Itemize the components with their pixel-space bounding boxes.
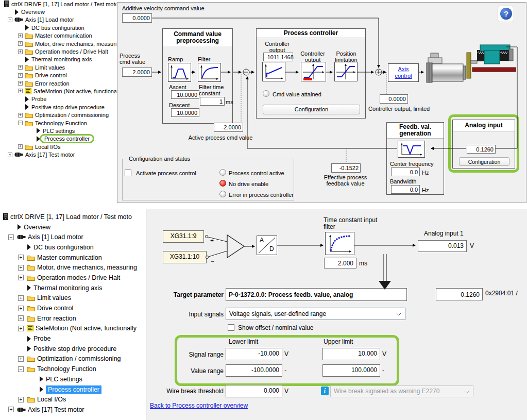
tree-item[interactable]: Probe <box>0 333 144 344</box>
tree-item-label[interactable]: Drive control <box>35 72 67 78</box>
tree-item[interactable]: +Limit values <box>0 63 116 71</box>
ascent-field[interactable]: 10.0000 <box>171 90 199 99</box>
tree-item-label[interactable]: Operation modes / Drive Halt <box>35 48 108 55</box>
tree-item[interactable]: +Operation modes / Drive Halt <box>0 47 116 55</box>
additive-velocity-field[interactable]: 0.0000 <box>122 13 152 23</box>
signal-range-lower-field[interactable]: -10.000 <box>226 348 282 360</box>
tree-item[interactable]: +Motor, drive mechanics, measuring <box>0 40 116 47</box>
tree-item-label[interactable]: Optimization / commissioning <box>35 112 109 118</box>
tree-item-label[interactable]: Axis [17] Test motor <box>28 406 84 413</box>
tree-item[interactable]: −Axis [1] Load motor <box>0 16 116 24</box>
tree-item-label[interactable]: SafeMotion (Not active, functionally <box>36 325 137 332</box>
tree-item-label[interactable]: Local I/Os <box>35 144 61 150</box>
analog-configuration-button[interactable]: Configuration <box>459 157 509 166</box>
expand-plus-icon[interactable]: + <box>18 73 23 78</box>
tree-item[interactable]: +Motor, drive mechanics, measuring <box>0 262 144 273</box>
tree-item[interactable]: Positive stop drive procedure <box>0 344 144 354</box>
filter-time-field[interactable]: 1 <box>200 97 225 106</box>
tree-item-label[interactable]: ctrlX DRIVE [1, 17] Load motor / Test mo… <box>11 1 116 7</box>
tree-item[interactable]: +SafeMotion (Not active, functionally <box>0 87 116 95</box>
tree-item-label[interactable]: Probe <box>33 335 50 342</box>
signal-range-upper-field[interactable]: 10.000 <box>322 348 380 360</box>
tree-item[interactable]: ctrlX DRIVE [1, 17] Load motor / Test mo… <box>0 212 144 222</box>
expand-plus-icon[interactable]: + <box>18 275 24 280</box>
tree-item[interactable]: DC bus configuration <box>0 242 144 253</box>
expand-plus-icon[interactable]: + <box>8 407 14 412</box>
tree-item[interactable]: −Technology Function <box>0 119 116 127</box>
tree-item-label[interactable]: ctrlX DRIVE [1, 17] Load motor / Test mo… <box>10 213 132 221</box>
expand-plus-icon[interactable]: + <box>18 65 23 70</box>
tree-item[interactable]: Process controller <box>0 135 116 143</box>
tree-item-label[interactable]: SafeMotion (Not active, functionally <box>33 88 116 94</box>
descent-field[interactable]: 10.0000 <box>171 108 199 117</box>
expand-plus-icon[interactable]: + <box>18 255 24 260</box>
tree-item-label[interactable]: Optimization / commissioning <box>37 355 121 362</box>
back-to-overview-link[interactable]: Back to Process controller overview <box>150 402 248 409</box>
tree-item-label[interactable]: DC bus configuration <box>33 244 94 251</box>
tree-item[interactable]: +Operation modes / Drive Halt <box>0 273 144 283</box>
tree-item[interactable]: Probe <box>0 95 116 103</box>
tree-item-label[interactable]: Axis [17] Test motor <box>25 152 75 158</box>
tree-item[interactable]: +Error reaction <box>0 313 144 324</box>
expand-plus-icon[interactable]: + <box>18 265 24 271</box>
tree-item[interactable]: −Technology Function <box>0 364 144 374</box>
tree-item[interactable]: +SafeMotion (Not active, functionally <box>0 324 144 334</box>
tree-item[interactable]: ctrlX DRIVE [1, 17] Load motor / Test mo… <box>0 0 116 8</box>
tree-item[interactable]: +Optimization / commissioning <box>0 354 144 364</box>
collapse-minus-icon[interactable]: − <box>18 121 23 125</box>
tree-item-label[interactable]: Operation modes / Drive Halt <box>37 274 120 281</box>
tree-item-label[interactable]: Local I/Os <box>37 396 66 403</box>
tree-item-label[interactable]: Thermal monitoring axis <box>33 284 102 292</box>
value-range-lower-field[interactable]: -100.0000 <box>226 364 282 377</box>
tree-item-label[interactable]: Positive stop drive procedure <box>33 345 116 352</box>
tree-item[interactable]: PLC settings <box>0 127 116 135</box>
expand-plus-icon[interactable]: + <box>18 81 23 86</box>
tree-item[interactable]: +Limit values <box>0 293 144 304</box>
tree-item-label[interactable]: Axis [1] Load motor <box>28 233 83 241</box>
tree-item[interactable]: +Optimization / commissioning <box>0 111 116 119</box>
tree-item[interactable]: Thermal monitoring axis <box>0 283 144 293</box>
tree-item[interactable]: +Master communication <box>0 32 116 40</box>
input-signals-dropdown[interactable]: Voltage signals, user-defined range <box>226 308 405 320</box>
tree-item[interactable]: +Master communication <box>0 253 144 263</box>
center-frequency-field[interactable]: 0.0 <box>391 167 420 176</box>
tree-item-label[interactable]: Limit values <box>35 64 65 71</box>
tree-item[interactable]: PLC settings <box>0 374 144 384</box>
tree-item-label[interactable]: Limit values <box>37 294 71 301</box>
expand-plus-icon[interactable]: + <box>18 356 24 362</box>
tree-item[interactable]: −Axis [1] Load motor <box>0 232 144 242</box>
show-offset-checkbox[interactable] <box>228 324 234 331</box>
tree-item-label[interactable]: Thermal monitoring axis <box>31 56 92 62</box>
tree-item-label[interactable]: Master communication <box>35 32 92 39</box>
expand-plus-icon[interactable]: + <box>18 315 24 321</box>
tree-item[interactable]: +Axis [17] Test motor <box>0 150 116 158</box>
tree-item-label[interactable]: Overview <box>24 224 50 231</box>
tree-item[interactable]: +Drive control <box>0 72 116 79</box>
collapse-minus-icon[interactable]: − <box>8 234 14 240</box>
tree-item-label[interactable]: Drive control <box>37 305 73 312</box>
tree-item-label[interactable]: Process controller <box>46 385 101 394</box>
expand-plus-icon[interactable]: + <box>18 306 24 311</box>
tree-item-label[interactable]: Motor, drive mechanics, measuring <box>35 41 116 47</box>
expand-plus-icon[interactable]: + <box>18 33 23 38</box>
expand-plus-icon[interactable]: + <box>18 49 23 54</box>
tree-item-label[interactable]: Axis [1] Load motor <box>25 16 74 23</box>
tree-item-label[interactable]: Motor, drive mechanics, measuring <box>37 264 137 271</box>
tree-item-label[interactable]: Overview <box>21 9 45 15</box>
expand-plus-icon[interactable]: + <box>18 89 23 93</box>
axis-control-link[interactable]: Axis control <box>390 66 417 79</box>
expand-plus-icon[interactable]: + <box>18 295 24 301</box>
tree-item-label[interactable]: PLC settings <box>43 128 75 134</box>
process-cmd-field[interactable]: 2.0000 <box>122 68 152 77</box>
tree-item[interactable]: Overview <box>0 222 144 232</box>
tree-item[interactable]: Positive stop drive procedure <box>0 103 116 111</box>
expand-plus-icon[interactable]: + <box>18 41 23 46</box>
tree-item[interactable]: +Local I/Os <box>0 394 144 405</box>
value-range-upper-field[interactable]: 100.0000 <box>322 364 380 377</box>
tree-item[interactable]: Process controller <box>0 384 144 395</box>
tree-item[interactable]: Overview <box>0 8 116 15</box>
tree-item[interactable]: +Local I/Os <box>0 143 116 150</box>
expand-plus-icon[interactable]: + <box>18 326 24 331</box>
tree-item[interactable]: +Drive control <box>0 303 144 313</box>
tree-item-label[interactable]: Master communication <box>37 254 102 261</box>
